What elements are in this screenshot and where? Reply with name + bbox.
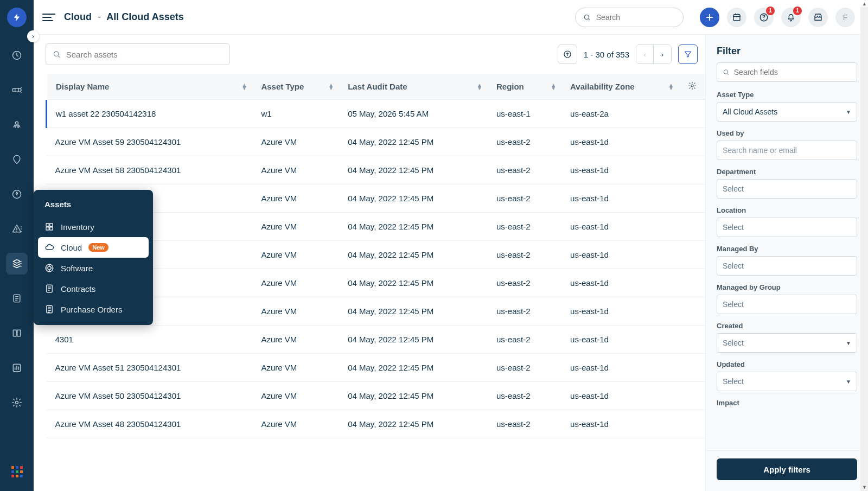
cell-az: us-east-1d [561, 297, 679, 326]
filter-group-location: LocationSelect [717, 206, 857, 237]
cell-region: us-east-2 [488, 184, 561, 213]
cell-az: us-east-1d [561, 128, 679, 156]
notifications-button[interactable]: 1 [781, 8, 801, 27]
filter-group-managed_by_group: Managed by GroupSelect [717, 283, 857, 314]
plus-icon [705, 12, 714, 22]
cell-type: Azure VM [252, 354, 339, 382]
marketplace-button[interactable] [808, 8, 828, 27]
filter-select-asset_type[interactable]: All Cloud Assets▼ [717, 102, 857, 122]
column-header[interactable]: Last Audit Date [339, 74, 488, 100]
column-label: Display Name [56, 82, 109, 91]
search-icon [53, 50, 61, 59]
column-header[interactable]: Region [488, 74, 561, 100]
cell-name: Azure VM Asset 50 230504124301 [47, 382, 253, 410]
calendar-button[interactable] [727, 8, 746, 27]
nav-assets-icon[interactable]: ⋮ [6, 253, 28, 275]
user-avatar[interactable]: F [835, 8, 855, 27]
flyout-item-label: Purchase Orders [61, 305, 122, 314]
cell-audit: 05 May, 2026 5:45 AM [339, 100, 488, 128]
global-search[interactable] [575, 8, 684, 27]
filter-input-used_by[interactable] [717, 141, 857, 160]
cell-type: w1 [252, 100, 339, 128]
breadcrumb-module: Cloud [64, 11, 92, 22]
filter-label: Managed by Group [717, 283, 857, 291]
column-header[interactable]: Asset Type [252, 74, 339, 100]
table-row[interactable]: 4301Azure VM04 May, 2022 12:45 PMus-east… [47, 326, 706, 354]
svg-point-3 [15, 126, 16, 127]
app-logo[interactable] [7, 8, 27, 27]
nav-dashboard-icon[interactable] [6, 44, 28, 66]
apply-filters-button[interactable]: Apply filters [717, 458, 857, 480]
cell-audit: 04 May, 2022 12:45 PM [339, 326, 488, 354]
help-button[interactable]: 1 [754, 8, 774, 27]
page-prev-button[interactable]: ‹ [636, 45, 654, 63]
cell-az: us-east-1d [561, 410, 679, 438]
sidebar-expand-toggle[interactable]: › [27, 30, 39, 42]
breadcrumb: Cloud - All Cloud Assets [64, 11, 184, 23]
menu-toggle-icon[interactable] [42, 11, 55, 24]
flyout-item-contracts[interactable]: Contracts [38, 278, 149, 299]
nav-reports-icon[interactable] [6, 357, 28, 379]
new-button[interactable] [700, 8, 719, 27]
filter-field-search[interactable] [717, 62, 857, 82]
cell-audit: 04 May, 2022 12:45 PM [339, 184, 488, 213]
sort-icon [668, 84, 674, 90]
nav-problems-icon[interactable] [6, 114, 28, 136]
assets-flyout: Assets InventoryCloudNewSoftwareContract… [34, 190, 153, 325]
flyout-item-inventory[interactable]: Inventory [38, 216, 149, 237]
table-row[interactable]: Azure VM Asset 59 230504124301Azure VM04… [47, 128, 706, 156]
nav-apps-icon[interactable] [6, 461, 28, 482]
flyout-item-cloud[interactable]: CloudNew [38, 237, 149, 258]
flyout-item-software[interactable]: Software [38, 258, 149, 278]
filter-text-input[interactable] [723, 146, 851, 155]
table-row[interactable]: Azure VM Asset 58 230504124301Azure VM04… [47, 156, 706, 184]
filter-group-impact: Impact [717, 399, 857, 407]
filter-placeholder: Select [723, 377, 744, 386]
nav-knowledge-icon[interactable] [6, 322, 28, 344]
assets-search[interactable] [46, 43, 230, 65]
assets-search-input[interactable] [66, 50, 223, 59]
table-row[interactable]: Azure VM Asset 51 230504124301Azure VM04… [47, 354, 706, 382]
cell-region: us-east-2 [488, 269, 561, 297]
new-badge: New [88, 243, 108, 252]
export-button[interactable] [558, 44, 577, 64]
nav-changes-icon[interactable] [6, 149, 28, 170]
table-row[interactable]: w1 asset 22 230504142318w105 May, 2026 5… [47, 100, 706, 128]
window-scrollbar[interactable]: ▲▼ [860, 0, 868, 491]
filter-select-created[interactable]: Select▼ [717, 333, 857, 353]
column-header[interactable]: Display Name [47, 74, 253, 100]
nav-solutions-icon[interactable] [6, 288, 28, 309]
cell-region: us-east-1 [488, 100, 561, 128]
nav-settings-icon[interactable] [6, 392, 28, 413]
svg-point-22 [691, 85, 693, 87]
filter-toggle-button[interactable] [678, 44, 698, 64]
filter-select-managed_by[interactable]: Select [717, 256, 857, 276]
table-row[interactable]: Azure VM Asset 50 230504124301Azure VM04… [47, 382, 706, 410]
nav-releases-icon[interactable] [6, 183, 28, 205]
filter-panel: Filter Asset TypeAll Cloud Assets▼Used b… [705, 35, 868, 491]
filter-select-department[interactable]: Select [717, 179, 857, 199]
chevron-down-icon: ▼ [846, 340, 851, 346]
cell-az: us-east-1d [561, 213, 679, 241]
cell-type: Azure VM [252, 382, 339, 410]
column-label: Region [496, 82, 524, 91]
filter-select-managed_by_group[interactable]: Select [717, 295, 857, 314]
pagination-arrows: ‹ › [636, 44, 672, 64]
cell-az: us-east-1d [561, 382, 679, 410]
page-next-button[interactable]: › [654, 45, 671, 63]
global-search-input[interactable] [596, 13, 675, 22]
filter-group-updated: UpdatedSelect▼ [717, 360, 857, 391]
nav-alerts-icon[interactable]: ⋮ [6, 218, 28, 240]
column-header[interactable]: Availability Zone [561, 74, 679, 100]
nav-tickets-icon[interactable]: ⋮ [6, 79, 28, 101]
chevron-down-icon: ▼ [846, 109, 851, 115]
table-row[interactable]: Azure VM Asset 48 230504124301Azure VM04… [47, 410, 706, 438]
column-settings[interactable] [679, 74, 705, 100]
filter-label: Location [717, 206, 857, 214]
flyout-item-purchase-orders[interactable]: Purchase Orders [38, 299, 149, 320]
filter-placeholder: Select [723, 223, 744, 232]
filter-select-updated[interactable]: Select▼ [717, 372, 857, 391]
pagination-label: 1 - 30 of 353 [584, 50, 629, 59]
filter-field-search-input[interactable] [734, 68, 851, 76]
filter-select-location[interactable]: Select [717, 218, 857, 237]
